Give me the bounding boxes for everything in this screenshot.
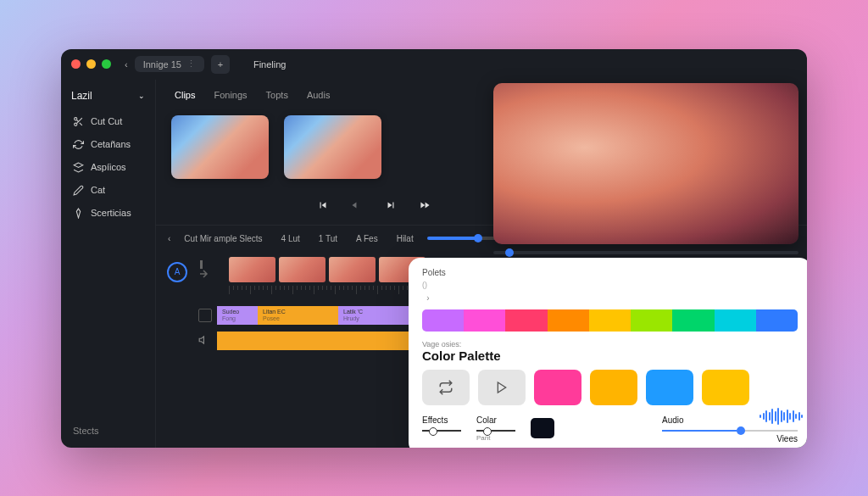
panel-subtitle: Vage osies: — [422, 340, 798, 348]
chip[interactable]: Hilat — [392, 232, 419, 245]
sidebar-item-draw[interactable]: Cat — [70, 181, 147, 200]
effects-slider[interactable]: Effects — [422, 415, 461, 432]
color-panel: Polets () › Vage osies: Color Palette Ef… — [409, 258, 807, 448]
chip-main[interactable]: Cut Mir ample Slects — [179, 232, 267, 245]
zoom-slider[interactable] — [427, 237, 504, 240]
svg-marker-9 — [498, 382, 505, 393]
play-button[interactable] — [381, 196, 400, 215]
waveform-icon — [760, 407, 803, 426]
spectrum-swatch[interactable] — [631, 309, 672, 332]
svg-marker-2 — [74, 163, 83, 167]
track-icon[interactable] — [198, 309, 212, 322]
segment[interactable]: Litan ECPosee — [258, 306, 338, 325]
breadcrumb[interactable]: Innige 15 ⋮ — [135, 56, 204, 72]
svg-point-1 — [75, 123, 77, 125]
preview-label: Fineling — [253, 59, 287, 70]
next-button[interactable] — [415, 196, 434, 215]
sidebar-footer[interactable]: Stects — [70, 421, 147, 441]
preview-image[interactable] — [493, 83, 798, 244]
project-name: Innige 15 — [143, 59, 181, 70]
svg-marker-8 — [199, 336, 203, 343]
content: Lazil ⌄ Cut Cut Cetañans Aspíicos Cat Sc… — [61, 80, 807, 448]
close-icon[interactable] — [71, 59, 81, 69]
tab-clips[interactable]: Clips — [168, 86, 202, 103]
slider-row: Effects Colar Pant Audio Viees — [422, 415, 798, 443]
preview-scrubber[interactable] — [493, 251, 798, 254]
spectrum-swatch[interactable] — [715, 309, 756, 332]
segment[interactable] — [217, 332, 437, 350]
chip[interactable]: 4 Lut — [276, 232, 305, 245]
svg-rect-7 — [200, 260, 203, 269]
preview-pane — [493, 83, 798, 254]
media-thumb[interactable] — [284, 115, 381, 179]
timeline-gutter: A — [156, 257, 198, 443]
timeline-marker[interactable]: A — [167, 262, 187, 282]
pen-icon — [73, 185, 84, 196]
swatch[interactable] — [646, 370, 693, 405]
layers-icon — [73, 162, 84, 173]
tab-audio[interactable]: Audis — [300, 86, 337, 103]
loop-button[interactable] — [422, 370, 470, 405]
prev-button[interactable] — [314, 196, 332, 215]
spectrum-swatch[interactable] — [672, 309, 714, 332]
sidebar-item-text[interactable]: Scerticias — [70, 203, 147, 223]
tab-tools[interactable]: Topts — [259, 86, 295, 103]
chip[interactable]: A Fes — [351, 232, 383, 245]
swatch-row — [422, 370, 798, 405]
swatch[interactable] — [590, 370, 637, 405]
dark-swatch[interactable] — [531, 415, 554, 438]
titlebar: ‹ Innige 15 ⋮ + Fineling — [61, 49, 807, 80]
sidebar-item-cut[interactable]: Cut Cut — [70, 112, 147, 131]
chevron-right-icon[interactable]: › — [422, 293, 434, 304]
chevron-left-icon[interactable]: ‹ — [168, 234, 170, 243]
sidebar-item-transitions[interactable]: Cetañans — [70, 135, 147, 154]
play-swatch-button[interactable] — [478, 370, 526, 405]
clip-thumb[interactable] — [229, 257, 275, 282]
presets-label: Polets — [422, 268, 798, 277]
step-back-button[interactable] — [348, 196, 366, 215]
spectrum-swatch[interactable] — [505, 309, 547, 332]
spectrum-row[interactable] — [422, 309, 798, 332]
spectrum-swatch[interactable] — [422, 309, 464, 332]
window-controls — [71, 59, 111, 69]
spectrum-swatch[interactable] — [756, 309, 798, 332]
panel-title: Color Palette — [422, 348, 798, 363]
scissors-icon — [73, 116, 84, 127]
sidebar-item-effects[interactable]: Aspíicos — [70, 158, 147, 177]
chip[interactable]: 1 Tut — [314, 232, 342, 245]
maximize-icon[interactable] — [102, 59, 111, 69]
clip-thumb[interactable] — [329, 257, 376, 282]
add-button[interactable]: + — [211, 55, 230, 74]
chevron-left-icon[interactable]: ‹ — [125, 59, 128, 70]
swatch[interactable] — [702, 370, 749, 405]
spectrum-swatch[interactable] — [548, 309, 589, 332]
tab-fonts[interactable]: Fonings — [207, 86, 253, 103]
svg-point-0 — [75, 117, 77, 120]
app-window: ‹ Innige 15 ⋮ + Fineling Lazil ⌄ Cut Cut… — [61, 49, 807, 448]
indent-icon — [198, 259, 210, 282]
media-thumb[interactable] — [171, 115, 269, 179]
spectrum-swatch[interactable] — [589, 309, 631, 332]
mute-icon[interactable] — [198, 334, 212, 348]
sidebar: Lazil ⌄ Cut Cut Cetañans Aspíicos Cat Sc… — [61, 80, 156, 448]
minimize-icon[interactable] — [86, 59, 96, 69]
sidebar-header[interactable]: Lazil ⌄ — [70, 86, 147, 109]
refresh-icon — [73, 139, 84, 150]
swatch[interactable] — [534, 370, 581, 405]
clip-thumb[interactable] — [279, 257, 326, 282]
diamond-icon — [73, 208, 84, 219]
segment[interactable]: SudeoFong — [217, 306, 258, 325]
spectrum-swatch[interactable] — [464, 309, 505, 332]
chevron-down-icon: ⌄ — [138, 92, 145, 100]
color-slider[interactable]: Colar Pant — [476, 415, 515, 442]
